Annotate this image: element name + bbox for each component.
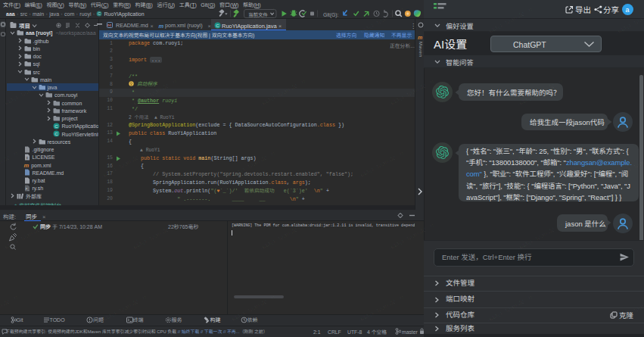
svg-text:C: C — [216, 22, 219, 29]
svg-text:C: C — [98, 11, 101, 17]
svg-text:>_: >_ — [25, 186, 30, 191]
svg-text:≡: ≡ — [26, 154, 28, 160]
svg-text:C: C — [54, 130, 58, 137]
svg-text:C: C — [54, 123, 58, 129]
